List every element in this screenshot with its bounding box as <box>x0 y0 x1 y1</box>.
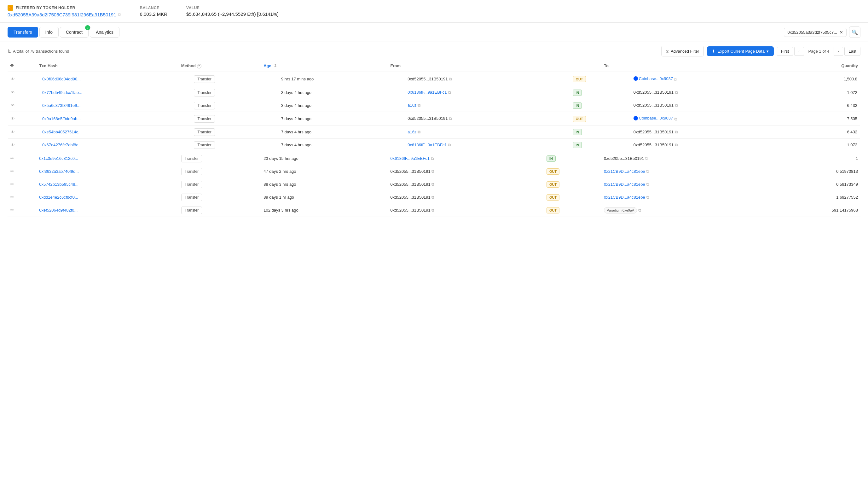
address-search-field[interactable]: 0xd52055a3a3d2f7505c7... ✕ <box>784 28 846 37</box>
copy-icon[interactable]: ⧉ <box>638 208 641 213</box>
address-link[interactable]: 0x6186fF...9a1EBFc1 <box>407 90 446 95</box>
row-eye-icon[interactable]: 👁 <box>11 116 15 121</box>
copy-icon[interactable]: ⧉ <box>448 90 451 95</box>
method-cell: Transfer <box>191 72 279 86</box>
age-cell: 88 days 3 hrs ago <box>261 178 388 191</box>
copy-icon[interactable]: ⧉ <box>432 169 434 174</box>
coinbase-link[interactable]: Coinbase...0x9037 <box>639 76 673 81</box>
coinbase-dot <box>633 76 638 81</box>
copy-icon[interactable]: ⧉ <box>432 182 434 187</box>
txn-hash-link[interactable]: 0x1c3e9e16c812c0... <box>39 156 78 161</box>
search-button[interactable]: 🔍 <box>849 27 861 38</box>
txn-hash-cell: 0xf3632a3ab740f9d... <box>37 165 179 178</box>
txn-hash-link[interactable]: 0x0f06d06d04dd90... <box>42 76 81 81</box>
tab-transfers[interactable]: Transfers <box>7 27 38 37</box>
first-page-button[interactable]: First <box>777 47 793 56</box>
tab-info[interactable]: Info <box>39 27 59 37</box>
table-row: 👁 0xef52064d9f482f0... Transfer 102 days… <box>7 204 861 217</box>
value-section: VALUE $5,634,843.65 (~2,944.5529 Eth) [0… <box>186 6 278 17</box>
highlighted-group-start: 👁 0x0f06d06d04dd90... Transfer 9 hrs 17 … <box>7 71 861 152</box>
method-cell: Transfer <box>179 152 261 165</box>
method-cell: Transfer <box>191 112 279 126</box>
address-link[interactable]: a16z <box>407 103 416 108</box>
method-cell: Transfer <box>179 204 261 217</box>
tab-analytics[interactable]: Analytics <box>90 27 120 37</box>
row-eye-icon[interactable]: 👁 <box>10 208 14 213</box>
method-info-icon[interactable]: ? <box>197 64 202 68</box>
row-eye-icon[interactable]: 👁 <box>11 90 15 95</box>
prev-page-button[interactable]: ‹ <box>794 47 804 56</box>
row-eye-icon[interactable]: 👁 <box>11 103 15 108</box>
txn-hash-link[interactable]: 0x67e4276fe7ebf8e... <box>42 143 82 147</box>
copy-icon[interactable]: ⧉ <box>432 208 434 213</box>
copy-icon[interactable]: ⧉ <box>674 77 677 82</box>
row-eye-icon[interactable]: 👁 <box>11 130 15 134</box>
tab-contract[interactable]: Contract ✓ <box>60 27 89 37</box>
export-button[interactable]: ⬇ Export Current Page Data ▾ <box>707 47 774 56</box>
to-cell: Paradigm 0xe9aA ⧉ <box>601 204 761 217</box>
address-text: 0xd52055...31B50191 <box>391 182 431 187</box>
copy-icon[interactable]: ⧉ <box>675 130 678 134</box>
last-page-button[interactable]: Last <box>844 47 861 56</box>
copy-icon[interactable]: ⧉ <box>646 182 649 187</box>
txn-hash-link[interactable]: 0x5742b13b595c48... <box>39 182 79 187</box>
copy-icon[interactable]: ⧉ <box>675 143 678 147</box>
copy-icon[interactable]: ⧉ <box>646 169 649 174</box>
age-cell: 3 days 4 hrs ago <box>279 99 405 112</box>
address-text: 0xd52055...31B50191 <box>391 169 431 174</box>
copy-icon[interactable]: ⧉ <box>674 117 677 121</box>
copy-icon[interactable]: ⧉ <box>645 156 648 161</box>
sort-icon: ⇅ <box>7 49 11 54</box>
advanced-filter-button[interactable]: ⧖ Advanced Filter <box>661 46 704 56</box>
direction-cell: OUT <box>570 112 631 126</box>
txn-hash-link[interactable]: 0xe54bb40527514c... <box>42 130 82 134</box>
direction-cell: OUT <box>544 204 601 217</box>
direction-cell: OUT <box>570 72 631 86</box>
copy-icon[interactable]: ⧉ <box>449 116 452 121</box>
address-link[interactable]: 0x21CB9D...a4c81ebe <box>604 195 645 200</box>
col-age[interactable]: Age ⇕ <box>261 60 388 71</box>
row-eye-icon[interactable]: 👁 <box>11 76 15 81</box>
method-badge: Transfer <box>181 193 202 201</box>
address-link[interactable]: a16z <box>407 130 416 134</box>
copy-icon[interactable]: ⧉ <box>431 156 434 161</box>
txn-hash-link[interactable]: 0xdd1e4e2c6cfbcf0... <box>39 195 78 200</box>
txn-hash-link[interactable]: 0xef52064d9f482f0... <box>39 208 78 213</box>
copy-icon[interactable]: ⧉ <box>417 130 421 134</box>
from-cell: 0x6186fF...9a1EBFc1 ⧉ <box>388 152 544 165</box>
row-eye-icon[interactable]: 👁 <box>10 182 14 187</box>
copy-icon[interactable]: ⧉ <box>417 103 421 108</box>
coinbase-link[interactable]: Coinbase...0x9037 <box>639 116 673 120</box>
copy-icon[interactable]: ⧉ <box>449 76 452 81</box>
copy-icon[interactable]: ⧉ <box>675 90 678 95</box>
direction-badge: OUT <box>573 76 586 82</box>
address-text: 0xd52055...31B50191 <box>633 90 674 95</box>
copy-icon[interactable]: ⧉ <box>432 195 434 200</box>
direction-badge: IN <box>573 102 582 109</box>
paradigm-badge: Paradigm 0xe9aA <box>604 207 637 213</box>
copy-icon[interactable]: ⧉ <box>646 195 649 200</box>
address-link[interactable]: 0x6186fF...9a1EBFc1 <box>407 143 446 147</box>
copy-address-icon[interactable]: ⧉ <box>118 12 121 17</box>
txn-hash-link[interactable]: 0x9a168e5f9dd9ab... <box>42 116 81 121</box>
row-eye-icon[interactable]: 👁 <box>10 195 14 200</box>
txn-hash-link[interactable]: 0xf3632a3ab740f9d... <box>39 169 79 174</box>
txn-hash-link[interactable]: 0x5a6c873f8491e9... <box>42 103 81 108</box>
address-link[interactable]: 0x6186fF...9a1EBFc1 <box>391 156 430 161</box>
address-link[interactable]: 0x21CB9D...a4c81ebe <box>604 169 645 174</box>
row-eye-icon[interactable]: 👁 <box>11 143 15 147</box>
eye-cell: 👁 <box>7 204 37 217</box>
from-cell: a16z ⧉ <box>405 99 570 112</box>
holder-address-link[interactable]: 0xd52055A39a3d2f7505C739f981f296Ea31B501… <box>7 12 116 17</box>
next-page-button[interactable]: › <box>834 47 843 56</box>
copy-icon[interactable]: ⧉ <box>448 143 451 147</box>
row-eye-icon[interactable]: 👁 <box>10 169 14 174</box>
to-cell: 0x21CB9D...a4c81ebe ⧉ <box>601 165 761 178</box>
direction-badge: OUT <box>547 181 559 188</box>
row-eye-icon[interactable]: 👁 <box>10 156 14 161</box>
close-search-icon[interactable]: ✕ <box>840 30 843 35</box>
address-link[interactable]: 0x21CB9D...a4c81ebe <box>604 182 645 187</box>
txn-hash-link[interactable]: 0x77bdb49cdcc1fae... <box>42 90 82 95</box>
txn-hash-cell: 0x5742b13b595c48... <box>37 178 179 191</box>
copy-icon[interactable]: ⧉ <box>675 103 678 108</box>
